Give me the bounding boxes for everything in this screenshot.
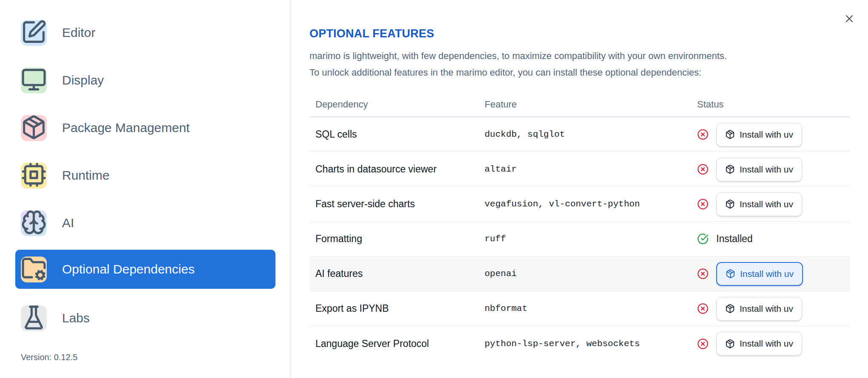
circle-x-icon — [697, 338, 709, 350]
install-button-label: Install with uv — [740, 304, 793, 314]
dependency-cell: Fast server-side charts — [309, 198, 485, 210]
status-cell: Install with uv — [697, 123, 850, 147]
description-line: marimo is lightweight, with few dependen… — [309, 48, 727, 64]
close-button[interactable] — [842, 11, 857, 26]
sidebar-item-label: Runtime — [62, 168, 110, 183]
package-icon — [725, 339, 735, 349]
install-with-uv-button[interactable]: Install with uv — [716, 192, 802, 216]
status-cell: Install with uv — [697, 332, 850, 355]
status-cell: Install with uv — [697, 192, 850, 216]
flask-icon — [21, 305, 47, 331]
install-with-uv-button[interactable]: Install with uv — [716, 123, 802, 147]
x-icon — [843, 13, 855, 25]
circle-x-icon — [697, 303, 709, 314]
circle-x-icon — [697, 268, 709, 279]
package-icon — [725, 130, 735, 139]
monitor-icon — [21, 68, 47, 93]
page-title: OPTIONAL FEATURES — [309, 27, 434, 40]
install-with-uv-button[interactable]: Install with uv — [716, 332, 802, 355]
sidebar-item-labs[interactable]: Labs — [15, 299, 90, 338]
status-cell: Install with uv — [697, 262, 850, 286]
sidebar-item-label: Display — [62, 73, 104, 87]
package-icon — [725, 304, 735, 313]
header-feature: Feature — [485, 99, 697, 110]
dependency-cell: Formatting — [309, 233, 485, 245]
feature-cell: python-lsp-server, websockets — [485, 339, 697, 349]
status-cell: Install with uv — [697, 297, 850, 321]
feature-cell: openai — [485, 269, 697, 279]
sidebar-item-label: Optional Dependencies — [62, 262, 195, 276]
settings-sidebar: Editor Display Package Management Runtim… — [0, 0, 290, 378]
circle-check-icon — [697, 233, 709, 245]
status-cell: Install with uv — [697, 158, 850, 181]
settings-dialog: Editor Display Package Management Runtim… — [0, 0, 868, 378]
feature-cell: altair — [485, 164, 697, 174]
installed-label: Installed — [716, 233, 753, 245]
feature-cell: ruff — [485, 234, 697, 244]
sidebar-item-label: Package Management — [62, 121, 190, 135]
circle-x-icon — [697, 129, 709, 140]
version-label: Version: 0.12.5 — [21, 353, 77, 362]
install-button-label: Install with uv — [740, 339, 793, 349]
table-row: Formatting ruff Installed — [309, 222, 850, 257]
dependencies-table: Dependency Feature Status SQL cells duck… — [309, 93, 850, 361]
square-pen-icon — [21, 20, 47, 46]
table-row: SQL cells duckdb, sqlglot Install with u… — [309, 117, 850, 152]
dependency-cell: Export as IPYNB — [309, 303, 485, 314]
sidebar-item-display[interactable]: Display — [15, 61, 104, 100]
feature-cell: vegafusion, vl-convert-python — [485, 199, 697, 209]
sidebar-item-ai[interactable]: AI — [15, 203, 74, 243]
status-cell: Installed — [697, 233, 850, 245]
circle-x-icon — [697, 164, 709, 175]
install-with-uv-button[interactable]: Install with uv — [716, 297, 802, 321]
table-row: Export as IPYNB nbformat Install with uv — [309, 291, 850, 326]
table-row: Charts in datasource viewer altair Insta… — [309, 152, 850, 187]
install-button-label: Install with uv — [740, 199, 793, 209]
install-button-label: Install with uv — [740, 164, 793, 175]
dependency-cell: AI features — [309, 268, 485, 279]
cpu-icon — [21, 163, 47, 189]
table-header-row: Dependency Feature Status — [309, 93, 850, 117]
circle-x-icon — [697, 198, 709, 210]
header-dependency: Dependency — [309, 99, 485, 110]
sidebar-item-label: AI — [62, 216, 74, 230]
install-button-label: Install with uv — [740, 269, 794, 279]
sidebar-item-label: Labs — [62, 311, 90, 325]
package-icon — [725, 199, 735, 209]
feature-cell: duckdb, sqlglot — [485, 130, 697, 139]
dependency-cell: Charts in datasource viewer — [309, 164, 485, 175]
sidebar-item-package-management[interactable]: Package Management — [15, 108, 190, 147]
table-row: Language Server Protocol python-lsp-serv… — [309, 326, 850, 361]
install-with-uv-button[interactable]: Install with uv — [716, 262, 803, 286]
panel-description: marimo is lightweight, with few dependen… — [309, 48, 727, 81]
sidebar-item-runtime[interactable]: Runtime — [15, 156, 110, 195]
package-icon — [726, 269, 735, 279]
sidebar-item-editor[interactable]: Editor — [15, 13, 95, 52]
folder-cog-icon — [21, 257, 47, 282]
package-icon — [725, 164, 735, 174]
install-button-label: Install with uv — [740, 130, 793, 140]
package-icon — [21, 115, 47, 141]
feature-cell: nbformat — [485, 304, 697, 313]
sidebar-item-optional-dependencies[interactable]: Optional Dependencies — [15, 250, 275, 289]
install-with-uv-button[interactable]: Install with uv — [716, 158, 802, 181]
dependency-cell: SQL cells — [309, 129, 485, 140]
header-status: Status — [697, 99, 850, 110]
optional-features-panel: OPTIONAL FEATURES marimo is lightweight,… — [291, 0, 868, 378]
brain-icon — [21, 210, 47, 236]
table-body: SQL cells duckdb, sqlglot Install with u… — [309, 117, 850, 361]
sidebar-item-label: Editor — [62, 25, 95, 40]
description-line: To unlock additional features in the mar… — [309, 64, 727, 81]
dependency-cell: Language Server Protocol — [309, 338, 485, 350]
table-row: Fast server-side charts vegafusion, vl-c… — [309, 187, 850, 222]
table-row: AI features openai Install with uv — [309, 257, 850, 291]
